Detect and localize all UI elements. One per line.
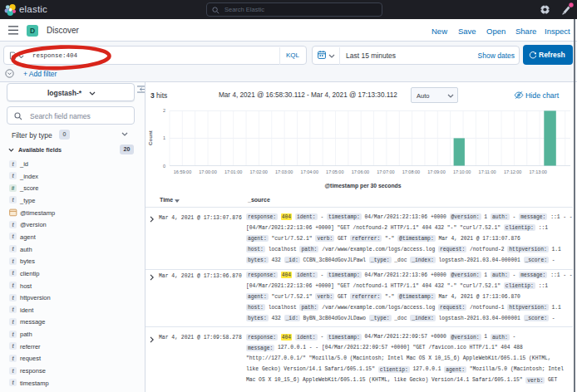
svg-text:17:01:00: 17:01:00 (224, 169, 242, 174)
svg-text:Count: Count (147, 130, 153, 145)
svg-text:17:11:00: 17:11:00 (479, 169, 496, 174)
svg-text:1: 1 (163, 135, 165, 140)
svg-text:17:08:00: 17:08:00 (402, 169, 420, 174)
svg-text:17:00:00: 17:00:00 (199, 169, 216, 174)
svg-text:17:13:00: 17:13:00 (529, 169, 546, 174)
svg-text:17:10:00: 17:10:00 (453, 169, 471, 174)
svg-text:17:09:00: 17:09:00 (427, 169, 445, 174)
svg-text:2: 2 (163, 108, 165, 113)
svg-text:0: 0 (163, 164, 165, 169)
svg-text:17:03:00: 17:03:00 (275, 169, 293, 174)
svg-text:17:04:00: 17:04:00 (301, 169, 318, 174)
svg-text:17:07:00: 17:07:00 (377, 169, 394, 174)
svg-text:@timestamp per 30 seconds: @timestamp per 30 seconds (324, 183, 401, 189)
svg-text:17:05:00: 17:05:00 (326, 169, 343, 174)
svg-text:16:59:00: 16:59:00 (174, 169, 191, 174)
svg-text:17:12:00: 17:12:00 (504, 169, 521, 174)
svg-text:17:02:00: 17:02:00 (249, 169, 267, 174)
svg-text:17:06:00: 17:06:00 (352, 169, 369, 174)
